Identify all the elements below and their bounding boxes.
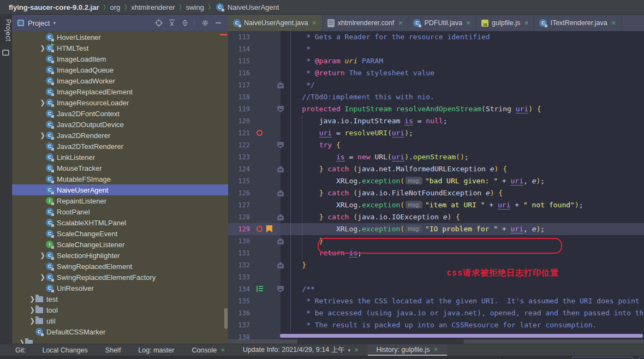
breakpoint-icon[interactable] — [257, 130, 263, 136]
editor-gutter[interactable]: 137 — [228, 319, 281, 331]
tree-item[interactable]: IScaleChangeListener — [12, 239, 228, 250]
chevron-right-icon[interactable]: ❯ — [39, 99, 46, 106]
bottom-tab[interactable]: Console✕ — [183, 344, 234, 356]
close-icon[interactable]: ✕ — [611, 20, 616, 27]
collapse-all-icon[interactable] — [180, 17, 190, 28]
editor-gutter[interactable]: 136 — [228, 307, 281, 319]
chevron-right-icon[interactable]: ❯ — [19, 339, 25, 344]
editor-gutter[interactable]: 127 — [228, 199, 281, 211]
bottom-tab[interactable]: Log: master — [129, 344, 183, 356]
editor-gutter[interactable]: 118 — [228, 91, 281, 103]
chevron-down-icon[interactable]: ▾ — [53, 20, 56, 26]
editor-gutter[interactable]: 135 — [228, 295, 281, 307]
editor-gutter[interactable]: 116 — [228, 67, 281, 79]
breadcrumb-item[interactable]: NaiveUserAgent — [228, 3, 279, 11]
editor-gutter[interactable]: 120 — [228, 115, 281, 127]
tree-item[interactable]: ❯ — [12, 337, 228, 344]
editor-gutter[interactable]: 121 — [228, 127, 281, 139]
bottom-tab[interactable]: History: gulpfile.js✕ — [368, 344, 447, 356]
editor-gutter[interactable]: 132 — [228, 259, 281, 271]
locate-icon[interactable] — [153, 17, 164, 28]
bottom-tab[interactable]: Shelf — [97, 344, 130, 356]
tree-item[interactable]: CDefaultCSSMarker — [12, 326, 228, 337]
chevron-right-icon[interactable]: ❯ — [29, 306, 35, 314]
tree-item[interactable]: CJava2DFontContext — [12, 108, 228, 119]
chevron-right-icon[interactable]: ❯ — [39, 131, 46, 139]
editor-gutter[interactable]: 131 — [228, 247, 281, 259]
close-icon[interactable]: ✕ — [398, 20, 403, 27]
editor-tab[interactable]: CNaiveUserAgent.java✕ — [228, 15, 323, 31]
breadcrumb-item[interactable]: swing — [186, 3, 204, 11]
editor-gutter[interactable]: 115 — [228, 55, 281, 67]
tree-item[interactable]: CImageReplacedElement — [12, 86, 228, 97]
tree-item[interactable]: CMutableFSImage — [12, 173, 228, 184]
breadcrumb-item[interactable]: flying-saucer-core-9.0.2.jar — [9, 3, 99, 11]
tree-item[interactable]: CNaiveUserAgent — [12, 184, 228, 195]
tree-item[interactable]: CRootPanel — [12, 206, 228, 217]
breakpoint-icon[interactable] — [257, 226, 263, 232]
chevron-right-icon[interactable]: ❯ — [39, 44, 46, 52]
expand-all-icon[interactable] — [166, 17, 177, 28]
tree-item[interactable]: CImageLoadQueue — [12, 64, 228, 75]
hide-icon[interactable] — [213, 17, 224, 28]
editor-tab[interactable]: JSgulpfile.js✕ — [476, 15, 534, 31]
close-icon[interactable]: ✕ — [433, 346, 438, 352]
close-icon[interactable]: ✕ — [312, 20, 317, 27]
editor-gutter[interactable]: 126 — [228, 187, 281, 199]
bookmark-icon[interactable] — [266, 225, 272, 232]
editor-gutter[interactable]: 133 — [228, 271, 281, 283]
editor-gutter[interactable]: 134 — [228, 283, 281, 295]
tree-item[interactable]: ❯test — [12, 294, 228, 304]
tree-item[interactable]: CScaleChangeEvent — [12, 228, 228, 239]
editor-gutter[interactable]: 128 — [228, 211, 281, 223]
chevron-right-icon[interactable]: ❯ — [29, 295, 35, 303]
tree-item[interactable]: CImageLoadItem — [12, 53, 228, 64]
editor-gutter[interactable]: 119 — [228, 103, 281, 115]
editor-gutter[interactable]: 124 — [228, 163, 281, 175]
tree-item[interactable]: IRepaintListener — [12, 195, 228, 206]
horizontal-scrollbar[interactable] — [280, 334, 643, 338]
close-icon[interactable]: ✕ — [354, 347, 359, 353]
tree-item[interactable]: ❯CSwingReplacedElementFactory — [12, 272, 228, 283]
tree-item[interactable]: ❯util — [12, 315, 228, 326]
close-icon[interactable]: ✕ — [466, 20, 471, 27]
editor-gutter[interactable]: 129 — [228, 223, 281, 235]
tree-item[interactable]: ❯CJava2DRenderer — [12, 130, 228, 141]
tree-item[interactable]: ❯CHTMLTest — [12, 43, 228, 53]
tree-item[interactable]: CHoverListener — [12, 32, 228, 43]
chevron-right-icon[interactable]: ❯ — [29, 317, 35, 325]
chevron-right-icon[interactable]: ❯ — [39, 252, 46, 259]
project-stripe-button[interactable]: Project — [0, 17, 12, 41]
editor-tab[interactable]: CPDFUtil.java✕ — [408, 15, 476, 31]
tree-item[interactable]: CJava2DOutputDevice — [12, 119, 228, 130]
tree-item[interactable]: CImageLoadWorker — [12, 75, 228, 86]
editor-gutter[interactable]: 125 — [228, 175, 281, 187]
bottom-tab[interactable]: Update Info: 2021/4/29, 9:14 上午▾✕ — [234, 344, 368, 356]
code-area[interactable]: 113 * Gets a Reader for the resource ide… — [228, 31, 644, 344]
tree-item[interactable]: CSwingReplacedElement — [12, 261, 228, 272]
tree-item[interactable]: CUriResolver — [12, 283, 228, 294]
tree-item[interactable]: ❯tool — [12, 304, 228, 315]
editor-gutter[interactable]: 114 — [228, 43, 281, 55]
tree-item[interactable]: ❯CSelectionHighlighter — [12, 250, 228, 261]
chevron-down-icon[interactable]: ▾ — [348, 348, 351, 353]
editor-gutter[interactable]: 123 — [228, 151, 281, 163]
settings-gear-icon[interactable] — [200, 17, 211, 28]
editor-gutter[interactable]: 113 — [228, 31, 281, 43]
breadcrumb-item[interactable]: org — [110, 3, 120, 11]
bottom-tab[interactable]: Local Changes — [33, 344, 96, 356]
breadcrumb-item[interactable]: xhtmlrenderer — [131, 3, 175, 11]
tree-scrollbar[interactable] — [224, 308, 228, 329]
close-icon[interactable]: ✕ — [524, 20, 529, 27]
editor-tab[interactable]: CITextRenderer.java✕ — [534, 15, 621, 31]
editor-gutter[interactable]: 130 — [228, 235, 281, 247]
chevron-right-icon[interactable]: ❯ — [39, 273, 46, 281]
tree-item[interactable]: CMouseTracker — [12, 163, 228, 173]
close-icon[interactable]: ✕ — [220, 347, 225, 353]
editor-gutter[interactable]: 122 — [228, 139, 281, 151]
tree-item[interactable]: CScalableXHTMLPanel — [12, 217, 228, 228]
tree-item[interactable]: ❯CImageResourceLoader — [12, 97, 228, 108]
tree-item[interactable]: CLinkListener — [12, 152, 228, 163]
tree-item[interactable]: CJava2DTextRenderer — [12, 141, 228, 152]
editor-gutter[interactable]: 117 — [228, 79, 281, 91]
